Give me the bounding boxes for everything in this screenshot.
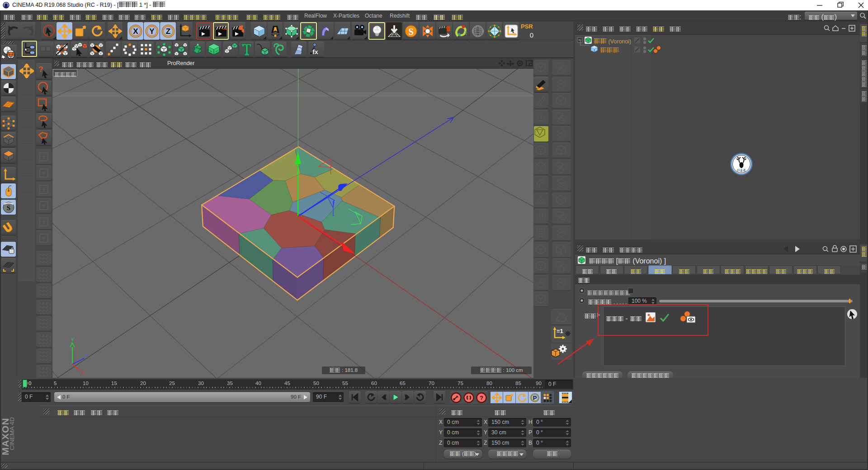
svg-text:行走者: 行走者	[737, 169, 746, 172]
svg-text:?: ?	[480, 395, 483, 401]
svg-text:X: X	[81, 371, 84, 376]
svg-text:Y: Y	[149, 27, 155, 36]
svg-text:Y: Y	[71, 338, 74, 343]
svg-text:fx: fx	[312, 48, 318, 56]
svg-text:?: ?	[38, 65, 43, 74]
svg-text:S: S	[6, 204, 10, 212]
svg-text:Z: Z	[165, 27, 170, 36]
svg-text:Z: Z	[85, 354, 88, 359]
svg-text:=1: =1	[557, 328, 563, 334]
svg-text:S: S	[408, 27, 413, 37]
svg-text:X: X	[133, 27, 138, 36]
svg-text:P: P	[533, 395, 537, 401]
